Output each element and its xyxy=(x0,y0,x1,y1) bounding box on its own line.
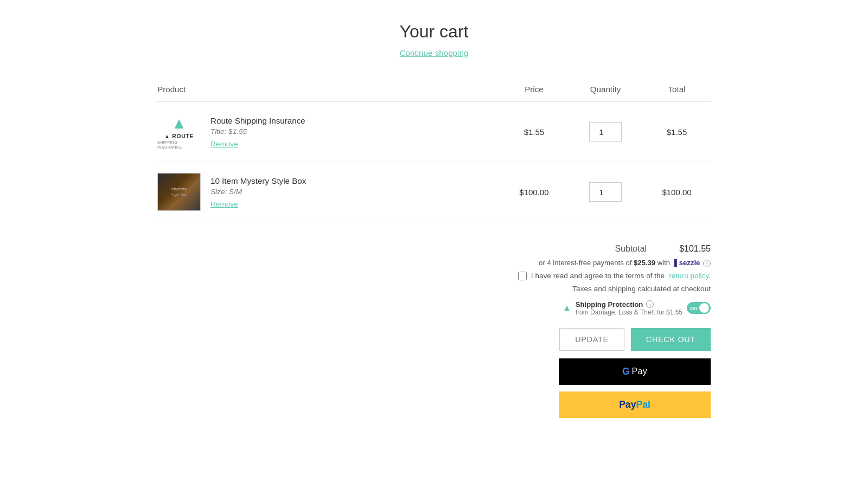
terms-checkbox[interactable] xyxy=(518,272,527,280)
col-header-price: Price xyxy=(500,79,568,102)
toggle-circle xyxy=(699,303,709,313)
col-header-total: Total xyxy=(643,79,711,102)
route-triangle-icon: ▲ xyxy=(171,114,187,132)
product-cell: ▲ ▲ ROUTE SHIPPING INSURANCE Route Shipp… xyxy=(157,113,500,151)
gpay-button[interactable]: G Pay xyxy=(559,358,711,385)
total-cell: $1.55 xyxy=(643,102,711,162)
col-header-product: Product xyxy=(157,79,500,102)
sezzle-with: with xyxy=(658,259,672,267)
product-info: Route Shipping Insurance Title: $1.55 Re… xyxy=(210,116,305,148)
checkout-button[interactable]: CHECK OUT xyxy=(631,328,711,351)
subtotal-label: Subtotal xyxy=(615,244,647,254)
product-cell: Mystery Style Box 10 Item Mystery Style … xyxy=(157,173,500,211)
remove-button[interactable]: Remove xyxy=(210,200,238,208)
sezzle-logo: ❚ sezzle xyxy=(672,258,700,267)
update-button[interactable]: UPDATE xyxy=(559,328,624,351)
toggle-on-label: On xyxy=(690,305,698,311)
continue-shopping-link[interactable]: Continue shopping xyxy=(157,48,711,57)
quantity-input[interactable] xyxy=(589,182,622,202)
terms-row: I have read and agree to the terms of th… xyxy=(518,272,711,280)
quantity-cell xyxy=(568,162,643,222)
terms-text: I have read and agree to the terms of th… xyxy=(531,272,665,280)
taxes-text: Taxes and xyxy=(572,285,606,293)
table-row: Mystery Style Box 10 Item Mystery Style … xyxy=(157,162,711,222)
route-logo: ▲ ▲ ROUTE SHIPPING INSURANCE xyxy=(157,113,201,151)
paypal-pay: Pay xyxy=(619,399,636,410)
return-policy-link[interactable]: return policy. xyxy=(669,272,711,280)
paypal-text: PayPal xyxy=(619,399,650,410)
table-row: ▲ ▲ ROUTE SHIPPING INSURANCE Route Shipp… xyxy=(157,102,711,162)
shipping-link[interactable]: shipping xyxy=(608,285,636,293)
product-variant: Title: $1.55 xyxy=(210,127,305,136)
total-cell: $100.00 xyxy=(643,162,711,222)
cart-table: Product Price Quantity Total ▲ ▲ ROUTE S… xyxy=(157,79,711,222)
quantity-input[interactable] xyxy=(589,122,622,142)
sezzle-amount: $25.39 xyxy=(634,259,655,267)
route-protection-row: ▲ Shipping Protection i from Damage, Los… xyxy=(563,300,711,316)
buttons-row: UPDATE CHECK OUT xyxy=(559,328,711,351)
route-protection-title: Shipping Protection i xyxy=(576,300,682,309)
product-image: Mystery Style Box xyxy=(157,173,201,211)
remove-button[interactable]: Remove xyxy=(210,140,238,148)
summary-section: Subtotal $101.55 or 4 interest-free paym… xyxy=(157,244,711,418)
shipping-row: Taxes and shipping calculated at checkou… xyxy=(572,285,711,293)
price-cell: $100.00 xyxy=(500,162,568,222)
route-sub-label: SHIPPING INSURANCE xyxy=(157,140,201,150)
route-logo-text: ▲ ROUTE xyxy=(164,133,194,139)
subtotal-row: Subtotal $101.55 xyxy=(615,244,711,254)
gpay-g-letter: G xyxy=(622,366,630,377)
sezzle-info-icon[interactable]: i xyxy=(703,260,711,267)
route-protection-info-icon[interactable]: i xyxy=(646,300,654,308)
product-info: 10 Item Mystery Style Box Size: S/M Remo… xyxy=(210,176,306,208)
price-cell: $1.55 xyxy=(500,102,568,162)
sezzle-text: or 4 interest-free payments of xyxy=(539,259,631,267)
product-variant: Size: S/M xyxy=(210,188,306,196)
subtotal-value: $101.55 xyxy=(679,244,711,254)
sezzle-row: or 4 interest-free payments of $25.39 wi… xyxy=(539,258,711,267)
sezzle-brand: sezzle xyxy=(679,259,700,267)
page-title: Your cart xyxy=(157,22,711,42)
route-shield-icon: ▲ xyxy=(563,303,571,313)
route-protection-sub: from Damage, Loss & Theft for $1.55 xyxy=(576,309,682,316)
col-header-quantity: Quantity xyxy=(568,79,643,102)
paypal-button[interactable]: PayPal xyxy=(559,391,711,418)
taxes-suffix: calculated at checkout xyxy=(637,285,711,293)
route-protection-toggle[interactable]: On xyxy=(687,302,711,314)
paypal-pal: Pal xyxy=(636,399,650,410)
sezzle-s-icon: ❚ xyxy=(672,258,679,267)
page-container: Your cart Continue shopping Product Pric… xyxy=(146,0,722,451)
quantity-cell xyxy=(568,102,643,162)
product-name: 10 Item Mystery Style Box xyxy=(210,176,306,185)
route-protection-text: Shipping Protection i from Damage, Loss … xyxy=(576,300,682,316)
gpay-label: Pay xyxy=(632,367,648,376)
product-name: Route Shipping Insurance xyxy=(210,116,305,125)
